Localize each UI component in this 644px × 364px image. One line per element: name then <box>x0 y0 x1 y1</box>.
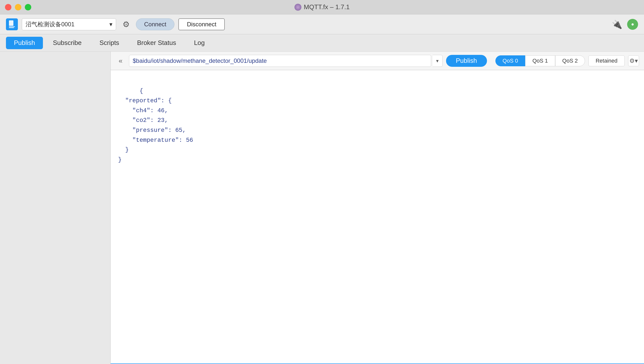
topic-input[interactable] <box>129 55 431 67</box>
topic-dropdown-button[interactable]: ▾ <box>433 55 442 67</box>
maximize-button[interactable] <box>25 4 31 11</box>
tab-subscribe[interactable]: Subscribe <box>45 37 90 49</box>
qos-2-button[interactable]: QoS 2 <box>555 55 585 66</box>
app-title: MQTT.fx – 1.7.1 <box>294 3 350 11</box>
disconnect-button[interactable]: Disconnect <box>178 18 225 30</box>
collapse-button[interactable]: « <box>116 56 126 66</box>
toolbar-right: 🔌 ● <box>612 19 638 30</box>
file-icon <box>6 18 18 30</box>
tab-log[interactable]: Log <box>186 37 212 49</box>
minimize-button[interactable] <box>15 4 21 11</box>
qos-1-button[interactable]: QoS 1 <box>525 55 555 66</box>
dropdown-arrow-icon: ▾ <box>110 21 112 28</box>
tab-publish[interactable]: Publish <box>6 37 43 49</box>
qos-0-button[interactable]: QoS 0 <box>496 55 525 66</box>
tab-broker-status[interactable]: Broker Status <box>129 37 184 49</box>
settings-gear-button[interactable]: ⚙ <box>120 18 132 30</box>
avatar: ● <box>627 19 638 30</box>
retained-button[interactable]: Retained <box>588 55 625 66</box>
svg-rect-1 <box>9 26 15 27</box>
topic-bar: « ▾ Publish QoS 0 QoS 1 QoS 2 Retained <box>111 52 644 70</box>
message-editor[interactable]: { "reported": { "ch4": 46, "co2": 23, "p… <box>111 70 644 364</box>
sidebar <box>0 52 111 364</box>
svg-rect-0 <box>9 20 14 26</box>
svg-rect-2 <box>9 27 14 28</box>
connect-button[interactable]: Connect <box>136 18 174 30</box>
title-text: MQTT.fx – 1.7.1 <box>304 3 350 11</box>
toolbar: 沼气检测设备0001 ▾ ⚙ Connect Disconnect 🔌 ● <box>0 15 644 34</box>
app-icon <box>294 4 302 11</box>
publish-button[interactable]: Publish <box>446 55 487 67</box>
connection-selector[interactable]: 沼气检测设备0001 ▾ <box>22 18 116 30</box>
close-button[interactable] <box>5 4 12 11</box>
nav-tabs: Publish Subscribe Scripts Broker Status … <box>0 34 644 52</box>
message-settings-button[interactable]: ⚙▾ <box>628 55 639 66</box>
right-panel: « ▾ Publish QoS 0 QoS 1 QoS 2 Retained <box>111 52 644 364</box>
plug-icon[interactable]: 🔌 <box>612 19 622 29</box>
tab-scripts[interactable]: Scripts <box>92 37 127 49</box>
titlebar: MQTT.fx – 1.7.1 <box>0 0 644 15</box>
qos-group: QoS 0 QoS 1 QoS 2 <box>496 55 585 66</box>
connection-value: 沼气检测设备0001 <box>26 20 74 28</box>
main-content: « ▾ Publish QoS 0 QoS 1 QoS 2 Retained <box>0 52 644 364</box>
window-controls <box>5 4 31 11</box>
